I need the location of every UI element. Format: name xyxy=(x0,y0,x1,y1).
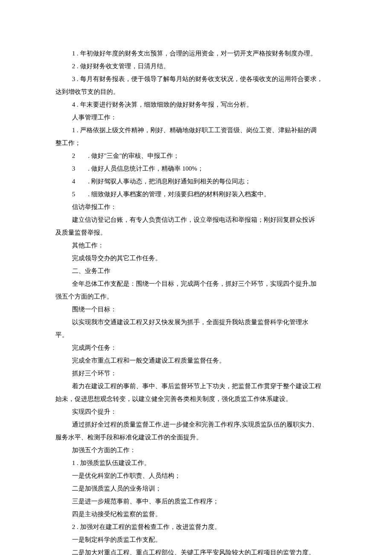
body-text: 强五个方面的工作。 xyxy=(55,290,337,303)
body-text: 及质量监督举报。 xyxy=(55,226,337,239)
body-text: 三是进一步规范事前、事中、事后的质监工作程序； xyxy=(55,495,337,508)
section-heading: 其他工作： xyxy=(55,239,337,252)
body-text: 1 . 加强质监队伍建设工作。 xyxy=(55,456,337,469)
section-heading: 人事管理工作： xyxy=(55,111,337,124)
list-item: 3. 做好人员信息统计工作，精确率 100%； xyxy=(55,162,337,175)
body-text: 通过抓好全过程的质量监督工作,进一步健全和完善工作程序,实现质监队伍的履职实力、 xyxy=(55,418,337,431)
body-text: 四是主动接受纪检监察的监督。 xyxy=(55,508,337,520)
list-number: 2 xyxy=(72,149,75,162)
list-item: 2. 做好"三金"的审核、申报工作； xyxy=(55,149,337,162)
list-text: . 刚好驾驭人事动态，把消息刚好通知到相关的每位同志； xyxy=(88,178,251,185)
body-text: 以实现我市交通建设工程又好又快发展为抓手，全面提升我站质量监督科学化管理水 xyxy=(55,316,337,328)
body-text: 2 . 加强对在建工程的监督检查工作，改进监督力度。 xyxy=(55,520,337,533)
body-text: 整工作； xyxy=(55,137,337,149)
body-text: 达到增收节支的目的。 xyxy=(55,85,337,98)
body-text: 着力在建设工程的事前、事中、事后监督环节上下功夫，把监督工作贯穿于整个建设工程 xyxy=(55,380,337,392)
list-text: . 细致做好人事档案的管理，对须要归档的材料刚好装入档案中。 xyxy=(88,191,271,198)
body-text: 2 . 做好财务收支管理，日清月结。 xyxy=(55,60,337,73)
section-heading: 围绕一个目标： xyxy=(55,303,337,316)
body-text: 1 . 严格依据上级文件精神，刚好、精确地做好职工工资晋级、岗位工资、津贴补贴的… xyxy=(55,124,337,137)
body-text: 全年总体工作支配是：围绕一个目标，完成两个任务，抓好三个环节，实现四个提升,加 xyxy=(55,277,337,290)
section-heading: 加强五个方面的工作： xyxy=(55,444,337,456)
body-text: 二是加大对重点工程、重点工程部位、关键工序平安风险较大的工程项目的监管力度。 xyxy=(55,546,337,555)
body-text: 4 . 年末要进行财务决算，细致细致的做好财务年报，写出分析。 xyxy=(55,98,337,111)
body-text: 3 . 每月有财务报表，便于领导了解每月站的财务收支状况，使各项收支的运用符合要… xyxy=(55,73,337,85)
body-text: 一是优化科室的工作职责、人员结构； xyxy=(55,469,337,482)
section-heading: 完成两个任务： xyxy=(55,341,337,354)
section-heading: 抓好三个环节： xyxy=(55,367,337,380)
list-text: . 做好人员信息统计工作，精确率 100%； xyxy=(88,165,204,172)
body-text: 二是加强质监人员的业务培训； xyxy=(55,482,337,495)
body-text: 平。 xyxy=(55,328,337,341)
body-text: 一是制定科学的质监工作支配。 xyxy=(55,533,337,546)
section-heading: 信访举报工作： xyxy=(55,200,337,213)
body-text: 1 . 年初做好年度的财务支出预算，合理的运用资金，对一切开支严格按财务制度办理… xyxy=(55,47,337,60)
list-text: . 做好"三金"的审核、申报工作； xyxy=(88,152,180,159)
list-number: 3 xyxy=(72,162,75,175)
body-text: 服务水平、检测手段和标准化建设工作的全面提升。 xyxy=(55,431,337,444)
list-item: 4. 刚好驾驭人事动态，把消息刚好通知到相关的每位同志； xyxy=(55,175,337,188)
body-text: 建立信访登记台账，有专人负责信访工作，设立举报电话和举报箱；刚好回复群众投诉 xyxy=(55,213,337,226)
body-text: 完成领导交办的其它工作任务。 xyxy=(55,252,337,264)
body-text: 完成全市重点工程和一般交通建设工程质量监督任务。 xyxy=(55,354,337,367)
list-number: 5 xyxy=(72,188,75,200)
list-number: 4 xyxy=(72,175,75,188)
section-heading: 二、业务工作 xyxy=(55,264,337,277)
body-text: 始未，促进思想观念转变，以建立健全完善各类相关制度，强化质监工作体系建设。 xyxy=(55,392,337,405)
document-page: 1 . 年初做好年度的财务支出预算，合理的运用资金，对一切开支严格按财务制度办理… xyxy=(0,0,392,555)
list-item: 5. 细致做好人事档案的管理，对须要归档的材料刚好装入档案中。 xyxy=(55,188,337,200)
section-heading: 实现四个提升： xyxy=(55,405,337,418)
